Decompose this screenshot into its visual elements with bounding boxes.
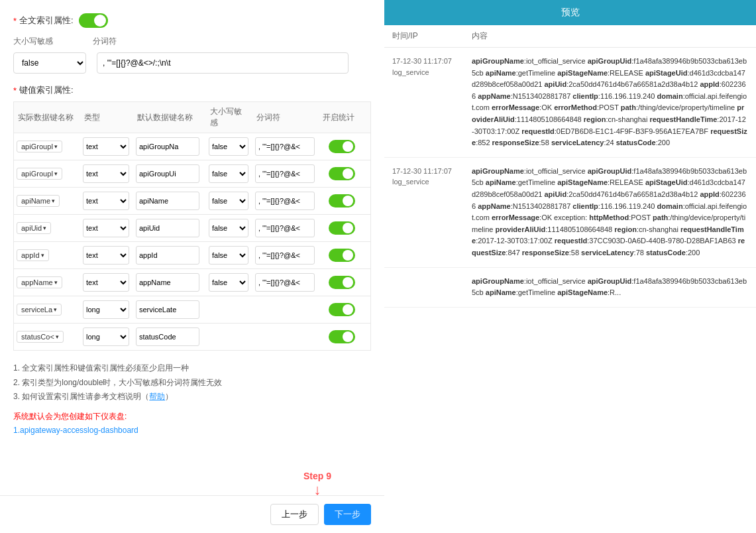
stats-toggle-5[interactable] (329, 249, 355, 262)
help-link[interactable]: 帮助 (149, 392, 165, 401)
default-input-4[interactable] (136, 219, 199, 237)
stats-toggle-8[interactable] (329, 330, 355, 343)
default-input-3[interactable] (136, 192, 199, 210)
type-select-2[interactable]: textlongdouble (83, 164, 129, 183)
tokenizer-label: 分词符 (93, 36, 225, 47)
col-content-header: 内容 (472, 30, 748, 42)
note-2: 2. 索引类型为long/double时，大小写敏感和分词符属性无效 (13, 376, 371, 390)
preview-row-2: 17-12-30 11:17:07 log_service apiGroupNa… (384, 158, 756, 268)
full-text-section: * 全文索引属性: 大小写敏感 分词符 false true (13, 13, 371, 74)
default-input-2[interactable] (136, 164, 199, 183)
stats-toggle-6[interactable] (329, 276, 355, 289)
header-stats: 开启统计 (319, 112, 365, 123)
default-input-1[interactable] (136, 137, 199, 156)
stats-toggle-7[interactable] (329, 303, 355, 316)
preview-header: 预览 (384, 0, 756, 25)
type-select-5[interactable]: textlongdouble (83, 246, 129, 265)
preview-row-3: apiGroupName:iot_official_service apiGro… (384, 268, 756, 308)
full-text-toggle[interactable] (79, 13, 108, 28)
default-input-8[interactable] (136, 327, 199, 346)
preview-content-1: apiGroupName:iot_official_service apiGro… (472, 56, 748, 149)
tokenizer-input-3[interactable] (255, 192, 315, 210)
case-select[interactable]: false true (13, 52, 86, 74)
case-select-6[interactable]: falsetrue (209, 273, 248, 292)
tokenizer-input[interactable] (97, 52, 349, 74)
preview-row-1: 17-12-30 11:17:07 log_service apiGroupNa… (384, 48, 756, 158)
field-tag-8[interactable]: statusCo< (17, 331, 64, 343)
note-1: 1. 全文索引属性和键值索引属性必须至少启用一种 (13, 361, 371, 376)
case-label: 大小写敏感 (13, 36, 80, 47)
kv-section: * 键值索引属性: 实际数据键名称 类型 默认数据键名称 大小写敏感 分词符 开… (13, 84, 371, 351)
note-3: 3. 如何设置索引属性请参考文档说明（帮助） (13, 390, 371, 404)
table-row: serviceLa longtextdouble (13, 296, 371, 323)
default-input-5[interactable] (136, 246, 199, 265)
tokenizer-input-4[interactable] (255, 219, 315, 237)
case-select-3[interactable]: falsetrue (209, 192, 248, 210)
footer: Step 9 ↓ 上一步 下一步 (0, 495, 384, 533)
preview-time-1: 17-12-30 11:17:07 log_service (392, 56, 472, 78)
full-text-label: 全文索引属性: (19, 15, 74, 27)
stats-toggle-2[interactable] (329, 167, 355, 180)
stats-toggle-4[interactable] (329, 221, 355, 235)
stats-toggle-1[interactable] (329, 140, 355, 153)
required-star: * (13, 16, 17, 26)
step-label: Step 9 (303, 471, 331, 481)
field-tag-2[interactable]: apiGroupI (17, 168, 62, 180)
field-tag-4[interactable]: apiUid (17, 222, 51, 234)
table-row: apiName textlongdouble falsetr (13, 187, 371, 214)
stats-toggle-3[interactable] (329, 194, 355, 207)
table-row: statusCo< longtextdouble (13, 323, 371, 351)
header-type: 类型 (80, 112, 133, 123)
preview-table-header: 时间/IP 内容 (384, 25, 756, 48)
table-row: apiGroupI textlongdouble false (13, 160, 371, 187)
arrow-down-icon: ↓ (313, 481, 321, 498)
field-tag-3[interactable]: apiName (17, 195, 60, 207)
table-row: apiGroupI textlongdouble false (13, 133, 371, 160)
kv-required-star: * (13, 86, 17, 95)
field-tag-5[interactable]: appId (17, 249, 49, 261)
next-button[interactable]: 下一步 (324, 504, 371, 525)
table-header: 实际数据键名称 类型 默认数据键名称 大小写敏感 分词符 开启统计 (13, 101, 371, 133)
type-select-6[interactable]: textlongdouble (83, 273, 129, 292)
preview-content-2: apiGroupName:iot_official_service apiGro… (472, 166, 748, 259)
tokenizer-input-2[interactable] (255, 164, 315, 183)
right-panel: 预览 时间/IP 内容 17-12-30 11:17:07 log_servic… (384, 0, 756, 533)
case-select-4[interactable]: falsetrue (209, 219, 248, 237)
case-select-2[interactable]: falsetrue (209, 164, 248, 183)
field-tag-7[interactable]: serviceLa (17, 304, 62, 316)
preview-body: 17-12-30 11:17:07 log_service apiGroupNa… (384, 48, 756, 533)
table-body: apiGroupI textlongdouble false (13, 133, 371, 351)
tokenizer-input-1[interactable] (255, 137, 315, 156)
type-select-8[interactable]: longtextdouble (83, 327, 129, 346)
type-select-7[interactable]: longtextdouble (83, 300, 129, 319)
default-input-6[interactable] (136, 273, 199, 292)
field-tag-1[interactable]: apiGroupI (17, 141, 62, 152)
dashboard-red-text: 系统默认会为您创建如下仪表盘: (13, 412, 127, 421)
field-tag-6[interactable]: appName (17, 276, 62, 288)
col-time-header: 时间/IP (392, 30, 472, 42)
table-row: appId textlongdouble falsetrue (13, 241, 371, 268)
type-select-3[interactable]: textlongdouble (83, 192, 129, 210)
default-input-7[interactable] (136, 300, 199, 319)
header-field-name: 实际数据键名称 (14, 112, 80, 123)
type-select-4[interactable]: textlongdouble (83, 219, 129, 237)
header-case: 大小写敏感 (206, 106, 252, 129)
case-select-1[interactable]: falsetrue (209, 137, 248, 156)
header-tokenizer: 分词符 (252, 112, 319, 123)
table-row: apiUid textlongdouble falsetru (13, 214, 371, 241)
preview-content-3: apiGroupName:iot_official_service apiGro… (472, 276, 748, 299)
header-default-name: 默认数据键名称 (133, 112, 206, 123)
prev-button[interactable]: 上一步 (270, 504, 319, 525)
tokenizer-input-6[interactable] (255, 273, 315, 292)
notes-section: 1. 全文索引属性和键值索引属性必须至少启用一种 2. 索引类型为long/do… (13, 361, 371, 438)
preview-time-2: 17-12-30 11:17:07 log_service (392, 166, 472, 188)
dashboard-name: 1.apigateway-accesslog-dashboard (13, 426, 138, 435)
case-select-5[interactable]: falsetrue (209, 246, 248, 265)
kv-label: 键值索引属性: (19, 84, 74, 96)
tokenizer-input-5[interactable] (255, 246, 315, 265)
type-select-1[interactable]: textlongdouble (83, 137, 129, 156)
table-row: appName textlongdouble falsetr (13, 268, 371, 296)
